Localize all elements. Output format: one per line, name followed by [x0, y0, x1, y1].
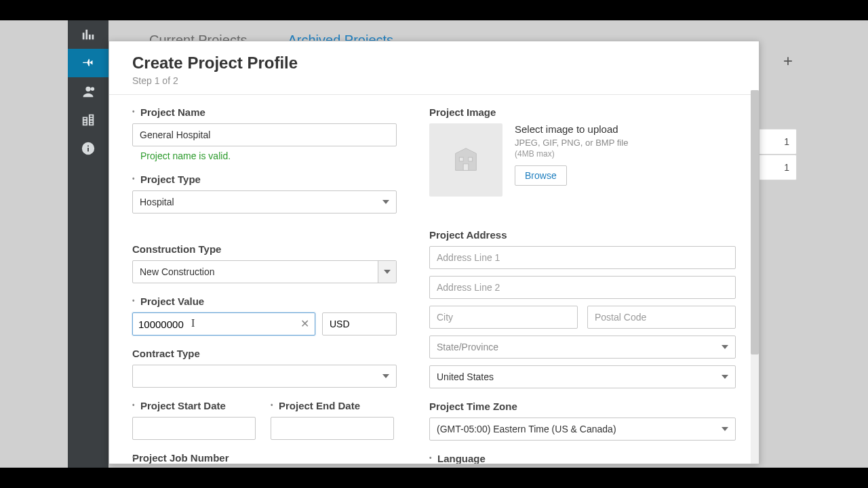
- chevron-down-icon: [722, 375, 728, 379]
- clear-value-icon[interactable]: ✕: [300, 319, 309, 329]
- label-project-type: Project Type: [132, 174, 397, 185]
- state-select[interactable]: State/Province: [429, 336, 736, 359]
- label-contract-type: Contract Type: [132, 348, 397, 359]
- image-upload-size: (4MB max): [515, 149, 628, 159]
- label-job-number: Project Job Number: [132, 452, 397, 464]
- info-icon: [81, 141, 96, 156]
- create-project-modal: Create Project Profile Step 1 of 2 Proje…: [108, 41, 760, 464]
- chevron-down-icon: [384, 270, 391, 274]
- label-project-image: Project Image: [429, 106, 736, 118]
- label-end-date: Project End Date: [271, 400, 397, 411]
- state-value: State/Province: [437, 342, 498, 352]
- modal-step: Step 1 of 2: [132, 75, 736, 86]
- label-language: Language: [429, 453, 736, 464]
- construction-type-select[interactable]: New Construction: [132, 260, 397, 283]
- chevron-down-icon: [722, 345, 728, 349]
- image-upload-formats: JPEG, GIF, PNG, or BMP file: [515, 138, 628, 148]
- project-type-select[interactable]: Hospital: [132, 190, 397, 214]
- postal-code-input[interactable]: [587, 306, 736, 329]
- sidebar-item-buildings[interactable]: [68, 106, 108, 134]
- start-date-input[interactable]: [132, 417, 256, 440]
- app-stage: Current Projects Archived Projects + 1 1…: [0, 20, 868, 468]
- address-line-2-input[interactable]: [429, 276, 736, 299]
- sidebar-item-projects[interactable]: [68, 49, 108, 77]
- currency-value: USD: [330, 319, 350, 329]
- add-project-icon[interactable]: +: [783, 54, 797, 68]
- label-timezone: Project Time Zone: [429, 401, 736, 412]
- project-type-value: Hospital: [140, 197, 174, 207]
- label-project-name: Project Name: [132, 106, 397, 118]
- address-line-1-input[interactable]: [429, 246, 736, 269]
- svg-rect-2: [469, 157, 473, 161]
- city-input[interactable]: [429, 306, 578, 329]
- contract-type-select[interactable]: [132, 365, 397, 388]
- sidebar: [68, 20, 108, 468]
- chevron-down-icon: [382, 200, 389, 204]
- construction-type-value: New Construction: [140, 266, 215, 277]
- modal-title: Create Project Profile: [132, 54, 736, 73]
- image-upload-title: Select image to upload: [515, 123, 628, 135]
- svg-rect-3: [463, 164, 469, 171]
- letterbox-top: [0, 0, 868, 20]
- project-name-input[interactable]: [132, 123, 397, 146]
- browse-button[interactable]: Browse: [515, 165, 567, 186]
- project-value-input[interactable]: I ✕: [132, 312, 315, 336]
- label-project-address: Project Address: [429, 229, 736, 241]
- image-placeholder[interactable]: [429, 123, 502, 197]
- pin-icon: [81, 56, 96, 70]
- svg-rect-1: [459, 157, 463, 161]
- sidebar-item-analytics[interactable]: [68, 20, 108, 49]
- currency-select[interactable]: USD: [322, 312, 397, 336]
- letterbox-bottom: [0, 468, 868, 488]
- sidebar-item-people[interactable]: [68, 77, 108, 106]
- sidebar-item-info[interactable]: [68, 134, 108, 163]
- project-name-valid-msg: Project name is valid.: [132, 150, 397, 161]
- modal-header: Create Project Profile Step 1 of 2: [109, 41, 759, 95]
- label-project-value: Project Value: [132, 296, 397, 307]
- country-value: United States: [437, 371, 494, 382]
- chevron-down-icon: [382, 374, 389, 378]
- bar-chart-icon: [81, 27, 96, 42]
- chevron-down-icon: [722, 427, 728, 431]
- building-placeholder-icon: [450, 144, 481, 176]
- end-date-input[interactable]: [271, 417, 394, 440]
- modal-body: Project Name Project name is valid. Proj…: [109, 90, 759, 464]
- label-start-date: Project Start Date: [132, 400, 258, 411]
- timezone-value: (GMT-05:00) Eastern Time (US & Canada): [437, 424, 616, 434]
- label-construction-type: Construction Type: [132, 243, 397, 255]
- people-icon: [81, 84, 96, 99]
- building-icon: [81, 113, 96, 127]
- country-select[interactable]: United States: [429, 365, 736, 388]
- timezone-select[interactable]: (GMT-05:00) Eastern Time (US & Canada): [429, 418, 736, 441]
